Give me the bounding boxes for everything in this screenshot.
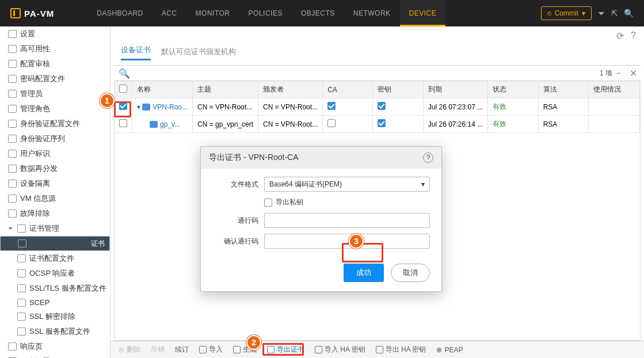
cell-usage bbox=[589, 116, 640, 133]
sidebar-item[interactable]: SCEP bbox=[0, 296, 110, 309]
sidebar-item[interactable]: 证书 bbox=[0, 236, 110, 251]
col-ca[interactable]: CA bbox=[323, 81, 373, 98]
row-checkbox[interactable] bbox=[119, 119, 127, 127]
nav-network[interactable]: NETWORK bbox=[344, 0, 400, 26]
renew-button[interactable]: 续订 bbox=[172, 344, 192, 356]
col-checkbox[interactable] bbox=[115, 81, 132, 98]
callout-2: 2 bbox=[246, 335, 261, 350]
item-icon bbox=[8, 30, 17, 38]
sidebar-item[interactable]: 管理员 bbox=[0, 86, 110, 101]
nav-policies[interactable]: POLICIES bbox=[239, 0, 292, 26]
sidebar-label: OCSP 响应者 bbox=[29, 268, 75, 279]
item-icon bbox=[8, 75, 17, 83]
sidebar-item[interactable]: 身份验证配置文件 bbox=[0, 116, 110, 131]
col-algo[interactable]: 算法 bbox=[538, 81, 589, 98]
sidebar-item[interactable]: 故障排除 bbox=[0, 206, 110, 221]
dialog-help-icon[interactable]: ? bbox=[423, 153, 433, 163]
item-icon bbox=[8, 135, 17, 143]
col-expiry[interactable]: 到期 bbox=[423, 81, 487, 98]
sidebar-item[interactable]: OCSP 响应者 bbox=[0, 266, 110, 281]
sidebar-item[interactable]: 数据再分发 bbox=[0, 161, 110, 176]
table-row[interactable]: gp_v...CN = gp_vpn_certCN = VPN-Root...J… bbox=[115, 116, 640, 133]
col-key[interactable]: 密钥 bbox=[373, 81, 424, 98]
cancel-button[interactable]: 取消 bbox=[391, 264, 430, 282]
cell-subject: CN = gp_vpn_cert bbox=[193, 116, 258, 133]
nav-objects[interactable]: OBJECTS bbox=[292, 0, 344, 26]
sidebar-item[interactable]: 高可用性 bbox=[0, 41, 110, 56]
nav-device[interactable]: DEVICE bbox=[400, 0, 446, 26]
sidebar-item[interactable]: SSL 服务配置文件 bbox=[0, 324, 110, 339]
refresh-icon[interactable]: ⟳ bbox=[616, 31, 624, 41]
sidebar-label: 响应页 bbox=[20, 341, 43, 352]
cell-usage bbox=[589, 98, 640, 116]
export-private-key-checkbox[interactable] bbox=[264, 199, 272, 207]
nav-acc[interactable]: ACC bbox=[153, 0, 186, 26]
peap-button[interactable]: ⊕PEAP bbox=[433, 345, 466, 355]
sidebar-item[interactable]: 配置审核 bbox=[0, 56, 110, 71]
item-icon bbox=[17, 313, 26, 321]
cert-name-link[interactable]: VPN-Roo... bbox=[153, 103, 188, 111]
export-ha-button[interactable]: 导出 HA 密钥 bbox=[372, 344, 430, 356]
file-format-select[interactable]: Base64 编码证书(PEM) ▾ bbox=[264, 177, 430, 192]
item-icon bbox=[8, 195, 17, 203]
sidebar-item[interactable]: 设置 bbox=[0, 26, 110, 41]
clear-search-icon[interactable]: ✕ bbox=[626, 68, 641, 79]
row-checkbox[interactable] bbox=[119, 102, 127, 110]
sidebar-item[interactable]: SSL 解密排除 bbox=[0, 309, 110, 324]
help-icon[interactable]: ? bbox=[631, 31, 636, 41]
col-issuer[interactable]: 颁发者 bbox=[258, 81, 323, 98]
subtab-device-cert[interactable]: 设备证书 bbox=[121, 45, 151, 60]
confirm-passphrase-input[interactable] bbox=[264, 234, 430, 249]
nav-monitor[interactable]: MONITOR bbox=[186, 0, 239, 26]
cert-name-link[interactable]: gp_v... bbox=[160, 120, 180, 128]
expand-icon[interactable]: ▾ bbox=[137, 103, 142, 111]
delete-button[interactable]: ⊖删除 bbox=[115, 344, 144, 356]
sidebar-item[interactable]: 密码配置文件 bbox=[0, 71, 110, 86]
sidebar-item[interactable]: 用户标识 bbox=[0, 146, 110, 161]
sidebar-label: 证书管理 bbox=[29, 223, 59, 234]
nav-dashboard[interactable]: DASHBOARD bbox=[87, 0, 153, 26]
item-icon bbox=[17, 299, 26, 307]
sidebar-item[interactable]: 日志设置 bbox=[0, 354, 110, 358]
sidebar-item[interactable]: 身份验证序列 bbox=[0, 131, 110, 146]
item-icon bbox=[8, 90, 17, 98]
col-subject[interactable]: 主题 bbox=[193, 81, 258, 98]
filter-icon[interactable]: ⏷ bbox=[597, 9, 605, 18]
col-usage[interactable]: 使用情况 bbox=[589, 81, 640, 98]
passphrase-input[interactable] bbox=[264, 213, 430, 228]
sidebar-label: VM 信息源 bbox=[20, 193, 56, 204]
revoke-button[interactable]: 吊销 bbox=[147, 344, 168, 356]
cert-icon bbox=[142, 104, 150, 111]
search-input[interactable] bbox=[135, 69, 595, 77]
sidebar-label: 密码配置文件 bbox=[20, 74, 65, 84]
sidebar-item[interactable]: 证书配置文件 bbox=[0, 251, 110, 266]
cell-expiry: Jul 26 07:23:07 ... bbox=[423, 98, 487, 116]
commit-icon: ⎋ bbox=[547, 9, 551, 17]
table-row[interactable]: ▾ VPN-Roo...CN = VPN-Root...CN = VPN-Roo… bbox=[115, 98, 640, 116]
sidebar-item[interactable]: 管理角色 bbox=[0, 101, 110, 116]
export-icon[interactable]: ⇱ bbox=[611, 9, 618, 18]
sidebar-item[interactable]: 响应页 bbox=[0, 339, 110, 354]
sidebar-group-cert[interactable]: 证书管理 bbox=[0, 221, 110, 236]
export-private-key-label: 导出私钥 bbox=[276, 197, 303, 207]
sidebar-item[interactable]: SSL/TLS 服务配置文件 bbox=[0, 281, 110, 296]
export-cert-button[interactable]: 导出证书 bbox=[264, 344, 308, 356]
item-icon bbox=[8, 120, 17, 128]
folder-icon bbox=[17, 224, 26, 233]
search-icon[interactable]: 🔍 bbox=[624, 9, 634, 18]
sidebar[interactable]: 设置高可用性配置审核密码配置文件管理员管理角色身份验证配置文件身份验证序列用户标… bbox=[0, 26, 110, 358]
import-button[interactable]: 导入 bbox=[196, 344, 226, 356]
sidebar-item[interactable]: 设备隔离 bbox=[0, 176, 110, 191]
import-ha-button[interactable]: 导入 HA 密钥 bbox=[311, 344, 369, 356]
subtab-trusted-ca[interactable]: 默认可信证书颁发机构 bbox=[161, 47, 236, 60]
result-count: 1 项→ bbox=[595, 68, 626, 78]
col-status[interactable]: 状态 bbox=[488, 81, 539, 98]
ok-button[interactable]: 成功 bbox=[344, 264, 384, 282]
commit-button[interactable]: ⎋ Commit ▾ bbox=[541, 6, 592, 20]
search-icon[interactable]: 🔍 bbox=[114, 68, 135, 79]
cell-ca bbox=[323, 98, 373, 116]
sidebar-item[interactable]: VM 信息源 bbox=[0, 191, 110, 206]
chevron-down-icon: ▾ bbox=[421, 180, 425, 188]
import-ha-icon bbox=[315, 346, 322, 353]
col-name[interactable]: 名称 bbox=[132, 81, 193, 98]
